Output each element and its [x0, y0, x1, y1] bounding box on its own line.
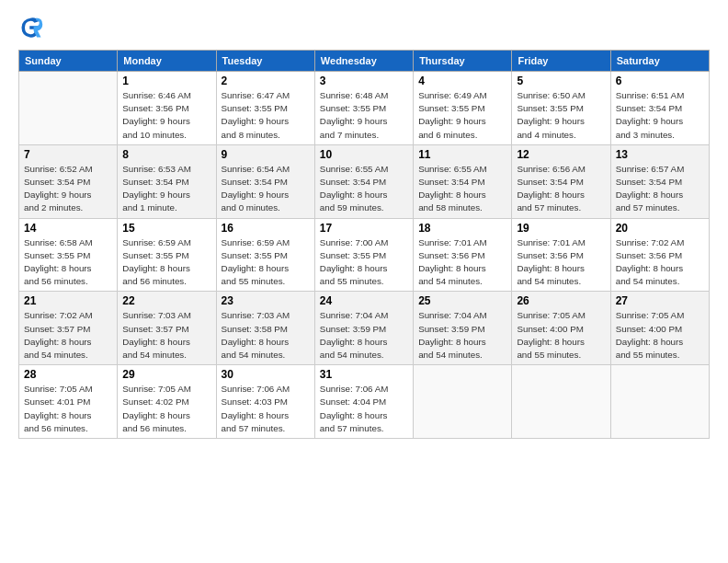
day-detail: Sunrise: 7:06 AMSunset: 4:04 PMDaylight:…	[320, 383, 408, 435]
day-detail: Sunrise: 6:53 AMSunset: 3:54 PMDaylight:…	[122, 163, 210, 215]
day-number: 9	[222, 148, 310, 161]
weekday-header-wednesday: Wednesday	[314, 51, 413, 72]
calendar-cell: 2Sunrise: 6:47 AMSunset: 3:55 PMDaylight…	[216, 72, 314, 145]
day-number: 6	[616, 75, 704, 87]
weekday-header-tuesday: Tuesday	[216, 51, 314, 72]
day-number: 1	[122, 75, 210, 87]
day-detail: Sunrise: 6:54 AMSunset: 3:54 PMDaylight:…	[222, 163, 310, 215]
day-number: 29	[122, 368, 210, 381]
calendar-cell: 6Sunrise: 6:51 AMSunset: 3:54 PMDaylight…	[610, 72, 709, 145]
calendar-cell: 4Sunrise: 6:49 AMSunset: 3:55 PMDaylight…	[414, 72, 512, 145]
calendar-cell	[610, 365, 709, 439]
day-detail: Sunrise: 7:02 AMSunset: 3:56 PMDaylight:…	[616, 236, 704, 289]
calendar-cell: 11Sunrise: 6:55 AMSunset: 3:54 PMDayligh…	[414, 144, 512, 218]
week-row-3: 14Sunrise: 6:58 AMSunset: 3:55 PMDayligh…	[19, 218, 710, 292]
calendar-table: SundayMondayTuesdayWednesdayThursdayFrid…	[18, 50, 710, 439]
day-detail: Sunrise: 7:01 AMSunset: 3:56 PMDaylight:…	[418, 236, 506, 289]
calendar-cell: 14Sunrise: 6:58 AMSunset: 3:55 PMDayligh…	[19, 218, 118, 292]
calendar-cell: 15Sunrise: 6:59 AMSunset: 3:55 PMDayligh…	[118, 218, 216, 292]
day-number: 3	[320, 75, 408, 87]
calendar-cell: 24Sunrise: 7:04 AMSunset: 3:59 PMDayligh…	[314, 292, 413, 365]
day-number: 10	[320, 148, 408, 161]
calendar-cell: 7Sunrise: 6:52 AMSunset: 3:54 PMDaylight…	[19, 144, 118, 218]
calendar-cell: 23Sunrise: 7:03 AMSunset: 3:58 PMDayligh…	[216, 292, 314, 365]
day-number: 25	[418, 294, 506, 307]
calendar-cell: 9Sunrise: 6:54 AMSunset: 3:54 PMDaylight…	[216, 144, 314, 218]
weekday-header-thursday: Thursday	[414, 51, 512, 72]
calendar-cell: 26Sunrise: 7:05 AMSunset: 4:00 PMDayligh…	[512, 292, 610, 365]
day-number: 2	[222, 75, 310, 87]
day-detail: Sunrise: 7:05 AMSunset: 4:00 PMDaylight:…	[616, 309, 704, 362]
day-detail: Sunrise: 6:59 AMSunset: 3:55 PMDaylight:…	[222, 236, 310, 289]
day-detail: Sunrise: 7:05 AMSunset: 4:00 PMDaylight:…	[517, 309, 605, 362]
day-detail: Sunrise: 6:46 AMSunset: 3:56 PMDaylight:…	[122, 89, 210, 142]
day-number: 21	[24, 294, 112, 307]
page: SundayMondayTuesdayWednesdayThursdayFrid…	[0, 0, 728, 563]
day-detail: Sunrise: 6:52 AMSunset: 3:54 PMDaylight:…	[24, 163, 112, 215]
day-detail: Sunrise: 6:56 AMSunset: 3:54 PMDaylight:…	[517, 163, 605, 215]
day-detail: Sunrise: 7:03 AMSunset: 3:58 PMDaylight:…	[222, 309, 310, 362]
day-number: 5	[517, 75, 605, 87]
calendar-cell: 17Sunrise: 7:00 AMSunset: 3:55 PMDayligh…	[314, 218, 413, 292]
day-number: 11	[418, 148, 506, 161]
calendar-cell: 31Sunrise: 7:06 AMSunset: 4:04 PMDayligh…	[314, 365, 413, 439]
logo	[18, 15, 48, 40]
calendar-cell: 21Sunrise: 7:02 AMSunset: 3:57 PMDayligh…	[19, 292, 118, 365]
day-number: 7	[24, 148, 112, 161]
day-detail: Sunrise: 7:02 AMSunset: 3:57 PMDaylight:…	[24, 309, 112, 362]
week-row-5: 28Sunrise: 7:05 AMSunset: 4:01 PMDayligh…	[19, 365, 710, 439]
calendar-cell: 20Sunrise: 7:02 AMSunset: 3:56 PMDayligh…	[610, 218, 709, 292]
calendar-cell: 16Sunrise: 6:59 AMSunset: 3:55 PMDayligh…	[216, 218, 314, 292]
day-number: 20	[616, 222, 704, 235]
header	[18, 15, 710, 40]
calendar-cell: 30Sunrise: 7:06 AMSunset: 4:03 PMDayligh…	[216, 365, 314, 439]
day-detail: Sunrise: 6:49 AMSunset: 3:55 PMDaylight:…	[418, 89, 506, 142]
calendar-cell: 10Sunrise: 6:55 AMSunset: 3:54 PMDayligh…	[314, 144, 413, 218]
day-number: 28	[24, 368, 112, 381]
day-number: 19	[517, 222, 605, 235]
calendar-cell: 13Sunrise: 6:57 AMSunset: 3:54 PMDayligh…	[610, 144, 709, 218]
day-number: 13	[616, 148, 704, 161]
day-detail: Sunrise: 7:04 AMSunset: 3:59 PMDaylight:…	[418, 309, 506, 362]
logo-icon	[18, 15, 44, 40]
calendar-cell: 12Sunrise: 6:56 AMSunset: 3:54 PMDayligh…	[512, 144, 610, 218]
calendar-cell: 1Sunrise: 6:46 AMSunset: 3:56 PMDaylight…	[118, 72, 216, 145]
day-detail: Sunrise: 6:47 AMSunset: 3:55 PMDaylight:…	[222, 89, 310, 142]
day-number: 23	[222, 294, 310, 307]
calendar-cell: 27Sunrise: 7:05 AMSunset: 4:00 PMDayligh…	[610, 292, 709, 365]
calendar-cell: 22Sunrise: 7:03 AMSunset: 3:57 PMDayligh…	[118, 292, 216, 365]
day-detail: Sunrise: 6:59 AMSunset: 3:55 PMDaylight:…	[122, 236, 210, 289]
calendar-cell: 19Sunrise: 7:01 AMSunset: 3:56 PMDayligh…	[512, 218, 610, 292]
day-detail: Sunrise: 7:04 AMSunset: 3:59 PMDaylight:…	[320, 309, 408, 362]
day-detail: Sunrise: 6:50 AMSunset: 3:55 PMDaylight:…	[517, 89, 605, 142]
day-detail: Sunrise: 7:03 AMSunset: 3:57 PMDaylight:…	[122, 309, 210, 362]
weekday-header-friday: Friday	[512, 51, 610, 72]
day-number: 4	[418, 75, 506, 87]
calendar-cell	[512, 365, 610, 439]
weekday-header-monday: Monday	[118, 51, 216, 72]
day-detail: Sunrise: 6:48 AMSunset: 3:55 PMDaylight:…	[320, 89, 408, 142]
day-detail: Sunrise: 7:01 AMSunset: 3:56 PMDaylight:…	[517, 236, 605, 289]
calendar-cell: 25Sunrise: 7:04 AMSunset: 3:59 PMDayligh…	[414, 292, 512, 365]
day-number: 15	[122, 222, 210, 235]
day-detail: Sunrise: 6:55 AMSunset: 3:54 PMDaylight:…	[320, 163, 408, 215]
day-number: 31	[320, 368, 408, 381]
weekday-header-sunday: Sunday	[19, 51, 118, 72]
calendar-cell: 8Sunrise: 6:53 AMSunset: 3:54 PMDaylight…	[118, 144, 216, 218]
day-detail: Sunrise: 7:06 AMSunset: 4:03 PMDaylight:…	[222, 383, 310, 435]
day-number: 16	[222, 222, 310, 235]
day-number: 24	[320, 294, 408, 307]
week-row-4: 21Sunrise: 7:02 AMSunset: 3:57 PMDayligh…	[19, 292, 710, 365]
day-detail: Sunrise: 7:05 AMSunset: 4:01 PMDaylight:…	[24, 383, 112, 435]
weekday-header-row: SundayMondayTuesdayWednesdayThursdayFrid…	[19, 51, 710, 72]
calendar-cell: 29Sunrise: 7:05 AMSunset: 4:02 PMDayligh…	[118, 365, 216, 439]
week-row-2: 7Sunrise: 6:52 AMSunset: 3:54 PMDaylight…	[19, 144, 710, 218]
day-detail: Sunrise: 7:00 AMSunset: 3:55 PMDaylight:…	[320, 236, 408, 289]
day-number: 27	[616, 294, 704, 307]
day-number: 12	[517, 148, 605, 161]
day-detail: Sunrise: 6:57 AMSunset: 3:54 PMDaylight:…	[616, 163, 704, 215]
calendar-cell: 28Sunrise: 7:05 AMSunset: 4:01 PMDayligh…	[19, 365, 118, 439]
day-detail: Sunrise: 6:55 AMSunset: 3:54 PMDaylight:…	[418, 163, 506, 215]
day-number: 26	[517, 294, 605, 307]
calendar-cell	[19, 72, 118, 145]
